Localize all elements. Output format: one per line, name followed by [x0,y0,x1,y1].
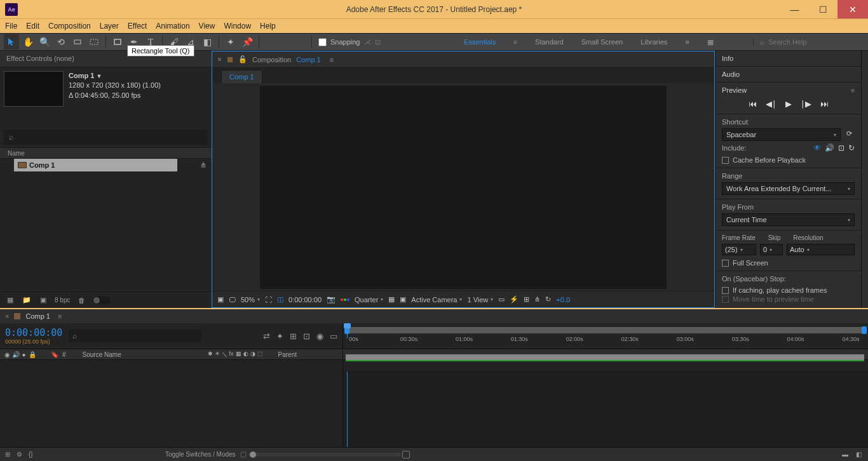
render-toggle[interactable] [93,297,111,304]
workspace-menu-icon[interactable]: ≡ [513,39,517,46]
snap-opt2-icon[interactable]: ⊡ [375,38,381,46]
panel-menu-icon[interactable]: ≡ [330,56,334,63]
menu-view[interactable]: View [199,22,215,30]
tl-opt4-icon[interactable]: ⊡ [303,331,310,341]
time-ruler[interactable]: 00s00:30s01:00s01:30s02:00s02:30s03:00s0… [343,323,868,349]
fullscreen-checkbox[interactable]: Full Screen [722,259,855,267]
menu-help[interactable]: Help [260,22,276,30]
tlf-right-icon2[interactable]: ◧ [856,451,862,458]
timeline-tracks[interactable] [343,371,868,447]
skip-select[interactable]: 0▾ [760,244,783,255]
tl-opt2-icon[interactable]: ✦ [276,331,283,341]
col-audio-icon[interactable]: 🔊 [12,351,19,358]
right-panel-scrollbar[interactable] [861,51,868,308]
sw2-icon[interactable]: ☀ [215,351,220,359]
views-select[interactable]: 1 View ▾ [467,296,493,304]
flowchart-icon[interactable]: ⋔ [195,159,212,171]
tl-opt6-icon[interactable]: ▭ [330,331,337,341]
sw8-icon[interactable]: ⬚ [257,351,263,359]
delete-icon[interactable]: 🗑 [76,295,86,305]
puppet-tool-icon[interactable]: 📌 [240,34,255,50]
search-input[interactable] [768,38,844,46]
snapping-checkbox[interactable] [318,38,327,46]
eraser-tool-icon[interactable]: ◧ [200,34,215,50]
zoom-level[interactable]: 50% ▾ [241,296,260,304]
pixel-aspect-icon[interactable]: ▭ [498,295,505,304]
transparency-icon[interactable]: ▦ [388,295,395,304]
include-loop-icon[interactable]: ↻ [848,144,855,152]
timeline-icon[interactable]: ⊞ [524,295,529,304]
camera-select[interactable]: Active Camera ▾ [411,296,462,304]
timeline-close-icon[interactable]: × [5,312,9,320]
col-label-icon[interactable]: 🔖 [51,351,58,358]
sw6-icon[interactable]: ◐ [243,351,248,359]
menu-animation[interactable]: Animation [156,22,189,30]
minimize-button[interactable]: — [780,0,809,18]
resolution-select[interactable]: Auto▾ [787,244,855,255]
flowchart2-icon[interactable]: ⋔ [534,295,540,304]
preview-menu-icon[interactable]: ≡ [851,87,855,94]
maximize-button[interactable]: ☐ [809,0,837,18]
snapshot-icon[interactable]: 📷 [327,295,336,304]
first-frame-icon[interactable]: ⏮ [749,99,757,109]
include-overlay-icon[interactable]: ⊡ [838,144,844,152]
col-solo-icon[interactable]: ● [20,351,27,358]
playhead-line[interactable] [347,371,348,447]
project-search[interactable]: ⌕ [4,130,208,145]
col-name-header[interactable]: Name [8,150,25,157]
help-search[interactable]: ⌕ [753,38,864,46]
range-select[interactable]: Work Area Extended By Current...▾ [722,182,855,195]
timeline-tab[interactable]: Comp 1 [25,312,50,320]
playhead[interactable] [347,326,348,338]
composition-name[interactable]: Comp 1 [296,56,321,63]
menu-window[interactable]: Window [224,22,251,30]
sw3-icon[interactable]: ＼ [222,351,227,359]
region-icon[interactable]: ▣ [400,295,406,304]
last-frame-icon[interactable]: ⏭ [820,99,829,109]
sw7-icon[interactable]: ◑ [250,351,255,359]
channel-icon[interactable] [341,298,349,301]
comp-name[interactable]: Comp 1 [69,72,94,79]
sw1-icon[interactable]: ✱ [208,351,213,359]
menu-layer[interactable]: Layer [100,22,119,30]
workspace-settings-icon[interactable]: ▦ [707,38,714,46]
framerate-select[interactable]: (25)▾ [722,244,756,255]
reset-exposure-icon[interactable]: ↻ [545,295,551,304]
workspace-libraries[interactable]: Libraries [641,38,667,46]
grid-icon[interactable]: ◫ [277,295,283,304]
loop-icon[interactable]: ⟳ [843,130,855,138]
tlf-icon3[interactable]: {} [29,451,33,458]
onstop-opt2[interactable]: Move time to preview time [722,295,855,303]
layer-list[interactable] [0,371,343,447]
workspace-essentials[interactable]: Essentials [464,38,496,46]
tl-opt1-icon[interactable]: ⇄ [263,331,270,341]
info-panel-header[interactable]: Info [715,51,861,67]
timeline-search[interactable]: ⌕ [69,330,202,342]
rotation-tool-icon[interactable] [70,34,85,50]
workarea-end-handle[interactable] [862,326,867,334]
rotobrush-tool-icon[interactable]: ✦ [223,34,238,50]
col-source-header[interactable]: Source Name [83,351,121,358]
menu-effect[interactable]: Effect [128,22,147,30]
tlf-icon1[interactable]: ⊞ [5,451,10,458]
hand-tool-icon[interactable]: ✋ [20,34,36,50]
ruler-toggle-icon[interactable]: 🖵 [229,296,236,304]
mask-toggle-icon[interactable]: ▣ [217,295,224,304]
next-frame-icon[interactable]: ∣▶ [801,99,811,109]
quality-select[interactable]: Quarter ▾ [355,296,383,304]
bpc-toggle[interactable]: 8 bpc [55,297,70,304]
workspace-standard[interactable]: Standard [535,38,564,46]
cache-checkbox[interactable]: Cache Before Playback [722,156,855,164]
timeline-zoom-slider[interactable] [248,453,401,457]
playfrom-select[interactable]: Current Time▾ [722,213,855,226]
comp-thumbnail[interactable] [4,71,64,107]
selection-tool-icon[interactable] [4,34,19,50]
timeline-menu-icon[interactable]: ≡ [58,312,62,320]
menu-file[interactable]: File [5,22,17,30]
frame-counter[interactable]: 00000 (25.00 fps) [5,338,62,345]
resolution-icon[interactable]: ⛶ [265,296,272,304]
play-icon[interactable]: ▶ [785,99,792,109]
preview-panel-header[interactable]: Preview [722,86,747,94]
comp-menu-caret-icon[interactable]: ▼ [96,73,102,79]
include-audio-icon[interactable]: 🔊 [825,144,834,152]
